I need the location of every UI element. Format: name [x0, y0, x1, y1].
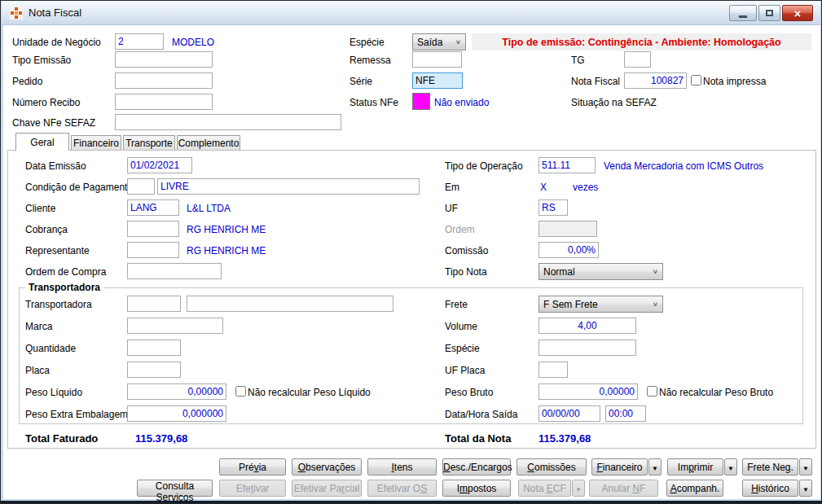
efetivar-os-button: Efetivar OS [367, 480, 437, 497]
tab-financeiro[interactable]: Financeiro [71, 135, 121, 150]
consulta-servicos-button[interactable]: Consulta Serviços [137, 480, 213, 497]
label-representante: Representante [25, 245, 90, 256]
peso-bruto-input[interactable] [538, 383, 638, 400]
tab-complemento[interactable]: Complemento [177, 135, 240, 150]
minimize-button[interactable] [729, 5, 757, 21]
remessa-input[interactable] [412, 51, 462, 68]
transportadora-group-title: Transportadora [25, 282, 103, 293]
efetivar-button: Efetivar [219, 480, 286, 497]
tab-transporte[interactable]: Transporte [123, 135, 175, 150]
pedido-input[interactable] [115, 72, 213, 89]
label-nao-recalcular-peso-bruto: Não recalcular Peso Bruto [659, 387, 773, 398]
chevron-down-icon: ∨ [455, 38, 461, 46]
representante-code-input[interactable] [127, 242, 179, 258]
transportadora-code-input[interactable] [127, 296, 181, 312]
ordem-compra-input[interactable] [127, 263, 222, 279]
label-data-emissao: Data Emissão [25, 160, 86, 172]
label-nota-fiscal: Nota Fiscal [571, 76, 620, 87]
financeiro-dropdown-arrow[interactable]: ▼ [648, 458, 662, 476]
condicao-pagamento-input[interactable] [157, 178, 420, 195]
data-saida-input[interactable] [538, 405, 600, 422]
label-especie: Espécie [349, 37, 385, 48]
tab-geral[interactable]: Geral [15, 133, 69, 151]
placa-input[interactable] [127, 362, 181, 378]
total-faturado-value: 115.379,68 [135, 432, 187, 445]
nota-fiscal-input[interactable] [624, 72, 687, 89]
label-tipo-operacao: Tipo de Operação [445, 160, 523, 172]
especie-select[interactable]: Saída∨ [412, 33, 466, 50]
data-emissao-input[interactable] [127, 157, 192, 173]
frete-neg-button[interactable]: Frete Neg. [742, 458, 798, 476]
especie-transporte-input[interactable] [538, 340, 636, 356]
nota-fiscal-window: Nota Fiscal × Unidade de Negócio MODELO … [0, 0, 822, 504]
tipo-operacao-input[interactable] [538, 157, 596, 173]
numero-recibo-input[interactable] [115, 94, 213, 110]
marca-input[interactable] [127, 318, 223, 334]
label-marca: Marca [25, 321, 52, 332]
volume-input[interactable] [538, 318, 636, 334]
label-data-hora-saida: Data/Hora Saída [445, 409, 517, 420]
historico-button[interactable]: Histórico [742, 480, 798, 497]
frete-neg-dropdown-arrow[interactable]: ▼ [799, 458, 812, 476]
em-value: X [540, 182, 547, 193]
cliente-name: L&L LTDA [187, 203, 231, 214]
financeiro-button[interactable]: Financeiro [591, 458, 648, 476]
desc-encargos-button[interactable]: Desc./Encargos [442, 458, 511, 476]
peso-extra-input[interactable] [127, 405, 226, 422]
label-frete: Frete [445, 299, 468, 310]
label-situacao-sefaz: Situação na SEFAZ [571, 97, 657, 108]
acompanh-button[interactable]: Acompanh. [666, 480, 723, 497]
ordem-input [538, 221, 597, 237]
title-bar: Nota Fiscal [2, 1, 820, 25]
label-serie: Série [349, 76, 372, 87]
chevron-down-icon: ∨ [653, 268, 658, 275]
cliente-code-input[interactable] [127, 199, 179, 216]
label-tg: TG [571, 55, 585, 66]
frete-select[interactable]: F Sem Frete∨ [538, 296, 663, 313]
nota-ecf-dropdown-arrow: ▼ [572, 480, 585, 497]
historico-dropdown-arrow[interactable]: ▼ [799, 480, 812, 497]
comissoes-button[interactable]: Comissões [516, 458, 587, 476]
tg-input[interactable] [624, 51, 651, 68]
label-uf-placa: UF Placa [445, 365, 485, 376]
label-cliente: Cliente [25, 203, 55, 214]
nao-recalcular-peso-liquido-checkbox[interactable] [235, 386, 246, 397]
close-button[interactable]: × [782, 5, 813, 21]
imprimir-button[interactable]: Imprimir [667, 458, 723, 476]
quantidade-input[interactable] [127, 340, 181, 356]
tipo-emissao-input[interactable] [115, 51, 213, 68]
imprimir-dropdown-arrow[interactable]: ▼ [724, 458, 737, 476]
serie-input[interactable] [412, 72, 463, 89]
impostos-button[interactable]: Impostos [442, 480, 511, 497]
comissao-input[interactable] [538, 242, 599, 258]
transportadora-name-input[interactable] [187, 296, 393, 312]
previa-button[interactable]: Prévia [219, 458, 286, 476]
label-volume: Volume [445, 321, 477, 332]
label-nota-impressa: Nota impressa [703, 76, 766, 87]
condicao-pagamento-code-input[interactable] [127, 178, 155, 195]
uf-placa-input[interactable] [538, 362, 568, 378]
nao-recalcular-peso-bruto-checkbox[interactable] [647, 386, 657, 397]
anular-nf-button: Anular NF [589, 480, 658, 497]
peso-liquido-input[interactable] [127, 383, 226, 400]
representante-name: RG HENRICH ME [187, 245, 266, 256]
em-suffix: vezes [573, 182, 598, 193]
label-placa: Placa [25, 365, 50, 376]
label-uf: UF [445, 203, 458, 214]
hora-saida-input[interactable] [605, 405, 646, 422]
maximize-icon [766, 10, 773, 16]
tipo-nota-select[interactable]: Normal∨ [538, 263, 663, 280]
label-cobranca: Cobrança [25, 224, 68, 235]
maximize-button[interactable] [758, 5, 780, 21]
cobranca-code-input[interactable] [127, 221, 179, 237]
observacoes-button[interactable]: Observações [292, 458, 362, 476]
nota-impressa-checkbox[interactable] [691, 75, 701, 85]
label-peso-extra: Peso Extra Embalagem [25, 409, 128, 420]
uf-input[interactable] [538, 199, 568, 216]
itens-button[interactable]: Itens [367, 458, 437, 476]
window-title: Nota Fiscal [29, 7, 81, 19]
app-icon [10, 7, 23, 20]
chave-nfe-input[interactable] [115, 114, 341, 130]
unidade-negocio-input[interactable] [115, 33, 164, 50]
label-status-nfe: Status NFe [349, 97, 398, 108]
